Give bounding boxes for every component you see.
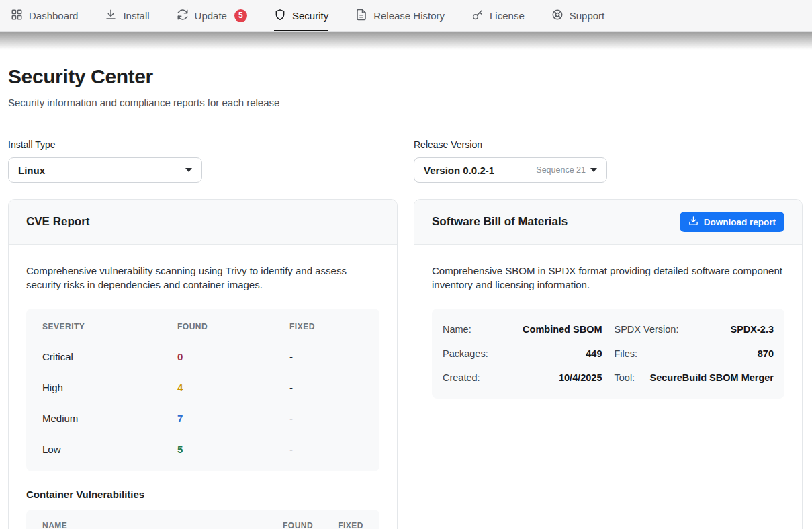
found-column-header: FOUND xyxy=(283,521,335,529)
dashboard-grid-icon xyxy=(11,9,23,23)
sbom-card-header: Software Bill of Materials Download repo… xyxy=(414,200,802,245)
cve-card-body: Comprehensive vulnerability scanning usi… xyxy=(9,245,397,529)
name-column-header: NAME xyxy=(42,521,283,529)
info-label: Created: xyxy=(443,372,480,383)
support-lifebuoy-icon xyxy=(551,9,563,23)
info-value: 10/4/2025 xyxy=(559,372,602,383)
info-value: 870 xyxy=(758,348,774,359)
install-download-icon xyxy=(105,9,117,23)
info-label: SPDX Version: xyxy=(615,324,679,335)
container-vulnerabilities-title: Container Vulnerabilities xyxy=(26,489,379,500)
severity-table: SEVERITY FOUND FIXED Critical 0 - High 4… xyxy=(26,309,379,471)
security-shield-icon xyxy=(274,9,286,23)
page-subtitle: Security information and compliance repo… xyxy=(8,97,803,108)
found-count: 5 xyxy=(177,444,289,455)
container-vulnerabilities-table: NAME FOUND FIXED xyxy=(26,510,379,529)
nav-item-label: Update xyxy=(195,10,227,22)
sbom-card: Software Bill of Materials Download repo… xyxy=(414,199,803,529)
severity-column-header: SEVERITY xyxy=(42,322,177,331)
cve-report-card: CVE Report Comprehensive vulnerability s… xyxy=(8,199,398,529)
nav-item-label: License xyxy=(490,10,525,22)
sbom-description: Comprehensive SBOM in SPDX format provid… xyxy=(432,263,784,292)
sbom-card-body: Comprehensive SBOM in SPDX format provid… xyxy=(414,245,802,417)
fixed-column-header: FIXED xyxy=(289,322,363,331)
release-version-label: Release Version xyxy=(414,139,803,150)
info-label: Packages: xyxy=(443,348,488,359)
severity-label: High xyxy=(42,382,177,393)
nav-item-security[interactable]: Security xyxy=(274,0,328,31)
table-row: Critical 0 - xyxy=(42,351,363,362)
nav-item-update[interactable]: Update 5 xyxy=(177,0,247,31)
fixed-column-header: FIXED xyxy=(335,521,363,529)
nav-item-release-history[interactable]: Release History xyxy=(355,0,445,31)
found-column-header: FOUND xyxy=(177,322,289,331)
install-type-filter: Install Type Linux xyxy=(8,139,398,183)
fixed-count: - xyxy=(289,444,363,455)
sbom-info-tool: Tool: SecureBuild SBOM Merger xyxy=(615,366,774,390)
release-sequence-hint: Sequence 21 xyxy=(536,165,586,175)
nav-item-support[interactable]: Support xyxy=(551,0,605,31)
chevron-down-icon xyxy=(185,168,192,172)
severity-label: Low xyxy=(42,444,177,455)
sbom-info-packages: Packages: 449 xyxy=(443,341,602,366)
cve-card-title: CVE Report xyxy=(26,215,89,229)
install-type-value: Linux xyxy=(18,165,45,176)
nav-item-dashboard[interactable]: Dashboard xyxy=(11,0,78,31)
table-row: Low 5 - xyxy=(42,444,363,455)
info-value: SPDX-2.3 xyxy=(731,324,774,335)
sbom-info-table: Name: Combined SBOM SPDX Version: SPDX-2… xyxy=(432,309,784,399)
release-version-filter: Release Version Version 0.0.2-1 Sequence… xyxy=(414,139,803,183)
info-value: Combined SBOM xyxy=(523,324,602,335)
update-refresh-icon xyxy=(177,9,189,23)
cve-card-header: CVE Report xyxy=(9,200,397,245)
install-type-label: Install Type xyxy=(8,139,398,150)
nav-item-license[interactable]: License xyxy=(471,0,525,31)
nav-item-label: Release History xyxy=(373,10,445,22)
nav-item-install[interactable]: Install xyxy=(105,0,149,31)
found-count: 0 xyxy=(177,351,289,362)
license-key-icon xyxy=(471,9,484,23)
update-count-badge: 5 xyxy=(234,9,247,22)
release-history-document-icon xyxy=(355,9,367,23)
cve-description: Comprehensive vulnerability scanning usi… xyxy=(26,263,379,292)
nav-item-label: Support xyxy=(570,10,605,22)
found-count: 4 xyxy=(177,382,289,393)
severity-table-header: SEVERITY FOUND FIXED xyxy=(42,322,363,331)
nav-item-label: Security xyxy=(292,10,328,22)
fixed-count: - xyxy=(289,413,363,424)
info-value: 449 xyxy=(586,348,602,359)
download-report-button[interactable]: Download report xyxy=(680,212,784,232)
top-navigation: Dashboard Install Update 5 Security xyxy=(0,0,812,32)
sbom-info-spdx-version: SPDX Version: SPDX-2.3 xyxy=(615,317,774,341)
nav-scroll-shadow xyxy=(0,32,812,50)
severity-label: Critical xyxy=(42,351,177,362)
sbom-info-created: Created: 10/4/2025 xyxy=(443,366,602,390)
info-label: Tool: xyxy=(615,372,635,383)
info-label: Name: xyxy=(443,324,471,335)
release-version-value: Version 0.0.2-1 xyxy=(424,165,494,176)
found-count: 7 xyxy=(177,413,289,424)
security-center-page: Security Center Security information and… xyxy=(0,65,812,529)
sbom-info-files: Files: 870 xyxy=(615,341,774,366)
table-row: High 4 - xyxy=(42,382,363,393)
download-icon xyxy=(688,216,698,228)
release-version-select[interactable]: Version 0.0.2-1 Sequence 21 xyxy=(414,157,607,183)
container-table-header: NAME FOUND FIXED xyxy=(42,521,363,529)
fixed-count: - xyxy=(289,351,363,362)
info-label: Files: xyxy=(615,348,638,359)
install-type-select[interactable]: Linux xyxy=(8,157,202,183)
nav-item-label: Dashboard xyxy=(29,10,78,22)
severity-label: Medium xyxy=(42,413,177,424)
fixed-count: - xyxy=(289,382,363,393)
filters-row: Install Type Linux Release Version Versi… xyxy=(8,139,803,183)
sbom-card-title: Software Bill of Materials xyxy=(432,215,568,229)
table-row: Medium 7 - xyxy=(42,413,363,424)
download-report-label: Download report xyxy=(704,217,776,227)
page-title: Security Center xyxy=(8,65,803,88)
sbom-info-name: Name: Combined SBOM xyxy=(443,317,602,341)
info-value: SecureBuild SBOM Merger xyxy=(649,372,774,383)
report-cards: CVE Report Comprehensive vulnerability s… xyxy=(8,199,803,529)
chevron-down-icon xyxy=(590,168,597,172)
nav-item-label: Install xyxy=(123,10,149,22)
